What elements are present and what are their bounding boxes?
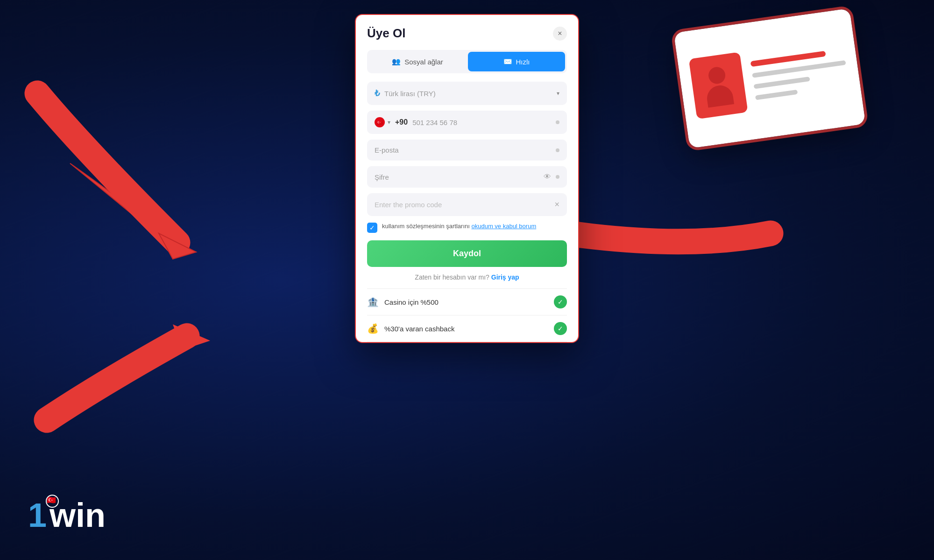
bonus-item-cashback: 💰 %30'a varan cashback ✓ (367, 315, 567, 342)
password-placeholder: Şifre (375, 173, 539, 181)
terms-link[interactable]: okudum ve kabul borum (471, 223, 536, 230)
turkey-flag-icon: 🇹🇷 (375, 117, 385, 127)
promo-code-field[interactable]: Enter the promo code × (367, 193, 567, 216)
id-card-illustration (674, 6, 886, 162)
currency-icon: ₺ (375, 88, 380, 98)
login-text: Zaten bir hesabın var mı? (415, 273, 489, 281)
register-button[interactable]: Kaydol (367, 240, 567, 267)
chevron-down-icon: ▾ (557, 90, 559, 97)
phone-country-selector[interactable]: 🇹🇷 ▾ (375, 117, 390, 127)
modal-header: Üye Ol × (367, 26, 567, 41)
bonus-list: 🏦 Casino için %500 ✓ 💰 %30'a varan cashb… (367, 288, 567, 342)
logo-flag: 🇹🇷 (46, 495, 59, 508)
eye-icon[interactable]: 👁 (544, 173, 551, 181)
modal-title: Üye Ol (367, 26, 405, 41)
phone-country-code: +90 (395, 118, 408, 126)
phone-chevron-icon: ▾ (388, 119, 390, 126)
tab-fast[interactable]: ✉️ Hızlı (468, 52, 565, 71)
login-row: Zaten bir hesabın var mı? Giriş yap (367, 273, 567, 281)
email-icon: ✉️ (503, 57, 512, 66)
casino-icon: 🏦 (367, 296, 379, 308)
bonus-cashback-check: ✓ (554, 322, 567, 335)
email-placeholder: E-posta (375, 146, 551, 154)
logo: 1 🇹🇷 win (28, 498, 106, 532)
bonus-cashback-text: %30'a varan cashback (384, 325, 548, 333)
terms-checkbox[interactable]: ✓ (367, 223, 377, 233)
email-field[interactable]: E-posta (367, 140, 567, 161)
currency-field[interactable]: ₺ Türk lirası (TRY) ▾ (367, 82, 567, 105)
bonus-casino-text: Casino için %500 (384, 298, 548, 306)
terms-text: kullanım sözleşmesinin şartlarını okudum… (382, 222, 536, 231)
phone-input[interactable]: 501 234 56 78 (412, 119, 551, 126)
id-avatar (689, 52, 748, 119)
password-field[interactable]: Şifre 👁 (367, 166, 567, 188)
social-icon: 👥 (392, 57, 401, 66)
login-link[interactable]: Giriş yap (491, 273, 519, 281)
promo-clear-icon[interactable]: × (554, 200, 559, 210)
tabs-container: 👥 Sosyal ağlar ✉️ Hızlı (367, 50, 567, 73)
password-indicator (556, 175, 559, 179)
bonus-casino-check: ✓ (554, 295, 567, 308)
bonus-item-casino: 🏦 Casino için %500 ✓ (367, 289, 567, 315)
email-indicator (556, 148, 559, 152)
currency-value: Türk lirası (TRY) (384, 90, 552, 98)
field-indicator (556, 120, 559, 124)
cashback-icon: 💰 (367, 323, 379, 334)
registration-modal: Üye Ol × 👥 Sosyal ağlar ✉️ Hızlı ₺ Türk … (355, 14, 579, 343)
terms-row: ✓ kullanım sözleşmesinin şartlarını okud… (367, 222, 567, 233)
close-button[interactable]: × (553, 27, 567, 41)
logo-number: 1 (28, 497, 47, 534)
tab-social[interactable]: 👥 Sosyal ağlar (369, 52, 466, 71)
phone-field[interactable]: 🇹🇷 ▾ +90 501 234 56 78 (367, 111, 567, 134)
promo-placeholder: Enter the promo code (375, 201, 550, 209)
